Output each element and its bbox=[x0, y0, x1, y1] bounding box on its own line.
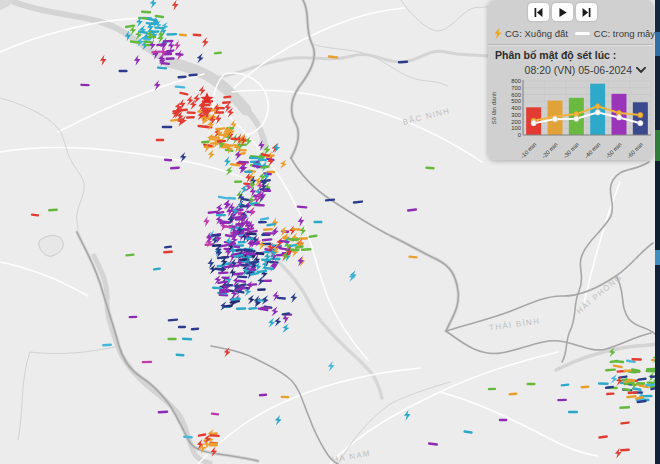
lightning-dash-cc bbox=[526, 383, 535, 385]
edge-strip-segment bbox=[655, 32, 660, 56]
x-tick-label: -30 min bbox=[562, 141, 580, 159]
lightning-dash-cc bbox=[156, 139, 165, 142]
lightning-dash-cc bbox=[80, 84, 89, 87]
selected-time: 08:20 (VN) 05-06-2024 bbox=[525, 64, 632, 76]
lightning-dash-cc bbox=[259, 394, 268, 397]
lightning-dash-cc bbox=[261, 259, 271, 262]
lightning-dash-cc bbox=[598, 382, 609, 385]
lightning-dash-cc bbox=[211, 234, 221, 236]
cg-legend-label: CG: Xuống đất bbox=[505, 28, 568, 39]
lightning-dash-cc bbox=[239, 205, 248, 208]
series-point-CC bbox=[638, 121, 643, 126]
lightning-dash-cc bbox=[142, 361, 153, 364]
lightning-dash-cc bbox=[209, 442, 218, 445]
lightning-dash-cc bbox=[178, 326, 186, 329]
lightning-dash-cc bbox=[118, 70, 127, 73]
lightning-dash-cc bbox=[158, 411, 169, 414]
lightning-dash-cc bbox=[244, 170, 252, 172]
lightning-dash-cc bbox=[236, 307, 247, 310]
lightning-dash-cc bbox=[281, 396, 290, 399]
y-tick-label: 400 bbox=[511, 105, 521, 111]
lightning-dash-cc bbox=[240, 264, 248, 267]
y-tick-label: 0 bbox=[518, 132, 521, 138]
lightning-dash-cc bbox=[568, 411, 578, 413]
strike-type-legend: CG: Xuống đất CC: trong mây bbox=[488, 21, 653, 39]
lightning-dash-cc bbox=[636, 382, 645, 385]
lightning-dash-cc bbox=[299, 237, 308, 240]
x-tick-label: -20 min bbox=[541, 141, 559, 159]
lightning-dash-cc bbox=[499, 419, 508, 422]
lightning-dash-cc bbox=[167, 338, 176, 341]
lightning-dash-cc bbox=[488, 388, 496, 391]
x-tick-label: -10 min bbox=[519, 141, 537, 159]
density-bar bbox=[590, 84, 605, 135]
lightning-dash-cc bbox=[187, 111, 196, 114]
cg-bolt-icon bbox=[494, 28, 502, 39]
density-chart: 0100200300400500600700800-10 min-20 min-… bbox=[488, 77, 653, 161]
lightning-dash-cc bbox=[292, 228, 301, 231]
series-point-CC bbox=[552, 117, 557, 122]
lightning-dash-cc bbox=[129, 316, 138, 319]
lightning-dash-cc bbox=[398, 61, 409, 64]
y-axis-label: Số lần đánh bbox=[490, 91, 497, 125]
lightning-dash-cc bbox=[186, 116, 195, 119]
density-bar bbox=[633, 102, 648, 135]
edge-strip-segment bbox=[655, 130, 660, 161]
edge-strip-segment bbox=[655, 56, 660, 130]
lightning-dash-cc bbox=[313, 221, 322, 223]
lightning-dash-cc bbox=[642, 395, 652, 398]
play-button[interactable] bbox=[552, 3, 573, 21]
series-point-CC bbox=[595, 110, 600, 115]
lightning-dash-cc bbox=[165, 57, 174, 60]
time-selector[interactable]: 08:20 (VN) 05-06-2024 bbox=[488, 61, 653, 76]
playback-controls bbox=[480, 0, 645, 21]
right-edge-panel bbox=[655, 0, 660, 464]
lightning-dash-cc bbox=[246, 233, 256, 236]
control-panel: CG: Xuống đất CC: trong mây Phân bố mật … bbox=[488, 0, 653, 160]
series-point-CC bbox=[531, 121, 536, 126]
lightning-dash-cc bbox=[557, 399, 567, 402]
cc-legend-label: CC: trong mây bbox=[594, 28, 655, 39]
lightning-dash-cc bbox=[234, 180, 242, 183]
x-tick-label: -60 min bbox=[626, 141, 644, 159]
series-point-CG bbox=[638, 112, 643, 117]
chevron-down-icon bbox=[636, 67, 646, 73]
lightning-dash-cc bbox=[254, 204, 265, 207]
y-tick-label: 600 bbox=[511, 92, 521, 98]
skip-back-button[interactable] bbox=[528, 3, 549, 21]
lightning-dash-cc bbox=[631, 358, 642, 361]
y-tick-label: 200 bbox=[511, 119, 521, 125]
skip-forward-icon bbox=[582, 8, 591, 17]
edge-strip-segment bbox=[655, 161, 660, 250]
y-tick-label: 300 bbox=[511, 112, 521, 118]
y-tick-label: 100 bbox=[511, 125, 521, 131]
y-tick-label: 700 bbox=[511, 85, 521, 91]
series-point-CC bbox=[574, 116, 579, 121]
lightning-dash-cc bbox=[249, 157, 259, 160]
panel-title: Phân bố mật độ sét lúc : bbox=[488, 45, 653, 61]
lightning-dash-cc bbox=[230, 138, 239, 141]
lightning-dash-cc bbox=[246, 253, 255, 256]
lightning-dash-cc bbox=[166, 33, 177, 36]
lightning-dash-cc bbox=[238, 241, 246, 244]
edge-strip-segment bbox=[655, 250, 660, 265]
lightning-dash-cc bbox=[216, 214, 226, 216]
play-icon bbox=[558, 8, 567, 17]
x-tick-label: -40 min bbox=[583, 141, 601, 159]
x-tick-label: -50 min bbox=[605, 141, 623, 159]
skip-forward-button[interactable] bbox=[576, 3, 597, 21]
edge-strip-segment bbox=[655, 0, 660, 32]
skip-back-icon bbox=[534, 8, 543, 17]
y-tick-label: 800 bbox=[511, 78, 521, 84]
series-point-CC bbox=[616, 115, 621, 120]
lightning-dash-cc bbox=[238, 161, 249, 164]
edge-strip-segment bbox=[655, 265, 660, 464]
lightning-map-app: BẮC NINHTHÁI BÌNHHẢI PHÒNGHÀ NAM CG: Xuố… bbox=[0, 0, 660, 464]
lightning-dash-cc bbox=[258, 221, 267, 224]
lightning-dash-cc bbox=[218, 271, 229, 274]
lightning-dash-cc bbox=[291, 249, 299, 252]
cc-line-icon bbox=[575, 32, 590, 35]
lightning-dash-cc bbox=[162, 126, 173, 129]
y-tick-label: 500 bbox=[511, 98, 521, 104]
lightning-dash-cc bbox=[257, 288, 266, 291]
